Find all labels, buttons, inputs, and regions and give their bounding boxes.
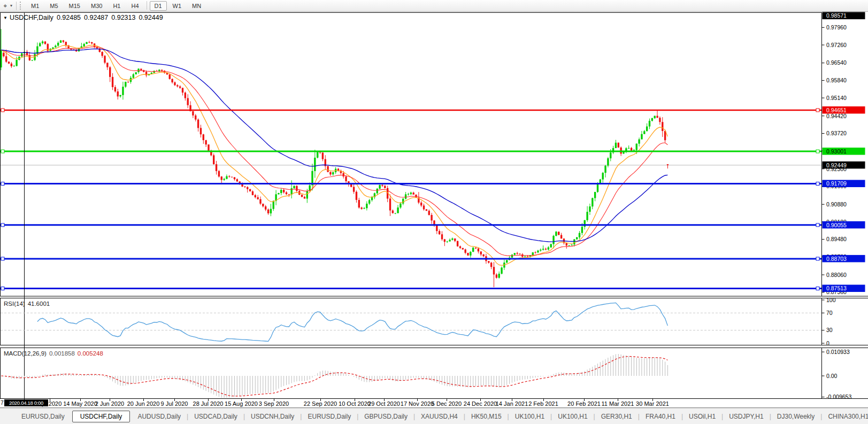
rsi-scale-label: 70 bbox=[826, 310, 833, 316]
chart-window[interactable]: 0.979600.972600.965400.958400.951400.944… bbox=[0, 12, 868, 408]
macd-scale-label: 0.010933 bbox=[826, 349, 850, 355]
rsi-indicator-label: RSI(14)41.6001 bbox=[4, 300, 50, 307]
date-tick-label: 3 Sep 2020 bbox=[259, 400, 289, 407]
rsi-value: 41.6001 bbox=[28, 300, 50, 307]
timeframe-button-d1[interactable]: D1 bbox=[150, 1, 167, 11]
price-tick-label: 0.95840 bbox=[826, 77, 847, 83]
rsi-name: RSI(14) bbox=[4, 300, 25, 307]
price-tick-label: 0.97260 bbox=[826, 42, 847, 48]
date-tick-label: 9 Jul 2020 bbox=[161, 400, 188, 407]
toolbar-separator bbox=[16, 2, 17, 10]
timeframe-button-m5[interactable]: M5 bbox=[45, 1, 63, 11]
macd-name: MACD(12,26,9) bbox=[4, 350, 47, 357]
date-tick-label: 10 Oct 2020 bbox=[339, 400, 371, 407]
svg-text:0.87513: 0.87513 bbox=[826, 285, 847, 291]
date-tick-label: 11 Mar 2021 bbox=[602, 400, 634, 407]
symbol-tabs: EURUSD,DailyUSDCHF,DailyAUDUSD,Daily|USD… bbox=[16, 411, 868, 422]
price-tick-label: 0.95140 bbox=[826, 95, 847, 101]
hline-right-marker bbox=[816, 257, 819, 260]
quote-low: 0.92313 bbox=[111, 14, 135, 21]
macd-indicator-label: MACD(12,26,9)0.0018580.005248 bbox=[4, 350, 103, 357]
macd-scale-label: 0.00 bbox=[826, 373, 838, 379]
price-tick-label: 0.97960 bbox=[826, 24, 847, 30]
scale-box-0.87513: 0.87513 bbox=[823, 285, 865, 292]
date-tick-label: 24 Dec 2020 bbox=[464, 400, 497, 407]
tab-china300-h1-16[interactable]: CHINA300,H1 bbox=[823, 411, 868, 422]
timeframe-button-m15[interactable]: M15 bbox=[64, 1, 85, 11]
timeframe-button-h1[interactable]: H1 bbox=[108, 1, 125, 11]
tab-usoil-h1-13[interactable]: USOil,H1 bbox=[683, 411, 721, 422]
svg-text:0.91709: 0.91709 bbox=[826, 180, 847, 187]
tab-audusd-daily-2[interactable]: AUDUSD,Daily bbox=[132, 411, 186, 422]
date-tick-label: 20 Jun 2020 bbox=[127, 400, 160, 407]
quote-high: 0.92487 bbox=[84, 14, 108, 21]
date-tick-label: 5 Dec 2020 bbox=[432, 400, 462, 407]
tool-dropdown-caret-icon[interactable]: ▾ bbox=[10, 3, 12, 8]
date-tick-label: 29 Oct 2020 bbox=[368, 400, 400, 407]
hline-left-marker bbox=[1, 223, 4, 227]
crosshair-tool-icon[interactable]: ⌖ bbox=[1, 2, 10, 10]
quote-line: ▼USDCHF,Daily0.924850.924870.923130.9244… bbox=[3, 14, 163, 21]
tab-gbpusd-daily-6[interactable]: GBPUSD,Daily bbox=[359, 411, 413, 422]
timeframe-button-m1[interactable]: M1 bbox=[26, 1, 44, 11]
macd-scale-label: -0.009653 bbox=[826, 394, 851, 400]
symbol-dropdown-icon[interactable]: ▼ bbox=[3, 16, 7, 20]
scale-box-top: 0.98571 bbox=[823, 12, 865, 20]
hline-left-marker bbox=[1, 109, 4, 112]
timeframe-button-mn[interactable]: MN bbox=[187, 1, 206, 11]
tab-fra40-h1-12[interactable]: FRA40,H1 bbox=[640, 411, 681, 422]
tab-hk50-m15-8[interactable]: HK50,M15 bbox=[466, 411, 507, 422]
hline-left-marker bbox=[1, 182, 4, 186]
tab-dj30-weekly-15[interactable]: DJ30,Weekly bbox=[772, 411, 820, 422]
price-tick-label: 0.88060 bbox=[826, 272, 847, 278]
date-tick-label: 20 Feb 2021 bbox=[567, 400, 601, 407]
scale-box-bid: 0.92449 bbox=[823, 161, 865, 169]
hline-right-marker bbox=[816, 287, 819, 290]
tab-uk100-h1-10[interactable]: UK100,H1 bbox=[552, 411, 593, 422]
hline-right-marker bbox=[816, 150, 819, 153]
price-tick-label: 0.93720 bbox=[826, 130, 847, 136]
tab-usdjpy-h1-14[interactable]: USDJPY,H1 bbox=[724, 411, 769, 422]
date-tick-label: 28 Jul 2020 bbox=[193, 400, 224, 407]
date-tick-label: 2 Feb 2021 bbox=[528, 400, 558, 407]
svg-text:0.94651: 0.94651 bbox=[826, 107, 847, 113]
price-tick-label: 0.96540 bbox=[826, 59, 847, 66]
scale-box-0.91709: 0.91709 bbox=[823, 180, 865, 188]
tab-usdchf-daily-1[interactable]: USDCHF,Daily bbox=[72, 411, 130, 422]
tab-eurusd-daily-0[interactable]: EURUSD,Daily bbox=[16, 411, 70, 422]
toolbar-grip[interactable] bbox=[20, 2, 22, 10]
svg-text:0.98571: 0.98571 bbox=[826, 12, 847, 19]
macd-main-value: 0.001858 bbox=[49, 350, 75, 357]
hline-left-marker bbox=[1, 287, 4, 290]
svg-text:0.93001: 0.93001 bbox=[826, 148, 847, 155]
symbol-tabbar: EURUSD,DailyUSDCHF,DailyAUDUSD,Daily|USD… bbox=[0, 408, 868, 424]
svg-text:0.88703: 0.88703 bbox=[826, 256, 847, 262]
date-axis-partial-label: 7 bbox=[1, 399, 4, 406]
svg-text:0.90055: 0.90055 bbox=[826, 222, 847, 228]
tab-ger30-h1-11[interactable]: GER30,H1 bbox=[596, 411, 637, 422]
scale-box-0.93001: 0.93001 bbox=[823, 148, 865, 155]
tab-uk100-h1-9[interactable]: UK100,H1 bbox=[510, 411, 550, 422]
chart-svg[interactable]: 0.979600.972600.965400.958400.951400.944… bbox=[0, 12, 868, 408]
scale-box-0.90055: 0.90055 bbox=[823, 221, 865, 229]
hline-right-marker bbox=[816, 109, 819, 112]
scale-box-0.88703: 0.88703 bbox=[823, 255, 865, 263]
tab-eurusd-daily-5[interactable]: EURUSD,Daily bbox=[302, 411, 356, 422]
toolbar-separator bbox=[147, 1, 147, 10]
timeframe-button-w1[interactable]: W1 bbox=[168, 1, 187, 11]
tab-usdcad-daily-3[interactable]: USDCAD,Daily bbox=[189, 411, 243, 422]
hline-left-marker bbox=[1, 257, 4, 260]
timeframe-button-h4[interactable]: H4 bbox=[126, 1, 143, 11]
date-tick-label: 14 Jan 2021 bbox=[496, 400, 528, 407]
hline-right-marker bbox=[816, 223, 819, 227]
crosshair-date-box: 2020.04.18 0:00 bbox=[4, 399, 48, 406]
tab-usdcnh-daily-4[interactable]: USDCNH,Daily bbox=[245, 411, 299, 422]
tab-xauusd-h4-7[interactable]: XAUUSD,H4 bbox=[416, 411, 463, 422]
scale-box-0.94651: 0.94651 bbox=[823, 106, 865, 114]
timeframe-button-m30[interactable]: M30 bbox=[86, 1, 107, 11]
rsi-scale-label: 100 bbox=[826, 297, 836, 303]
price-tick-label: 0.89480 bbox=[826, 236, 847, 242]
quote-open: 0.92485 bbox=[57, 14, 81, 21]
timeframe-toolbar: M1M5M15M30H1H4D1W1MN bbox=[26, 1, 206, 11]
chart-background bbox=[0, 12, 868, 408]
